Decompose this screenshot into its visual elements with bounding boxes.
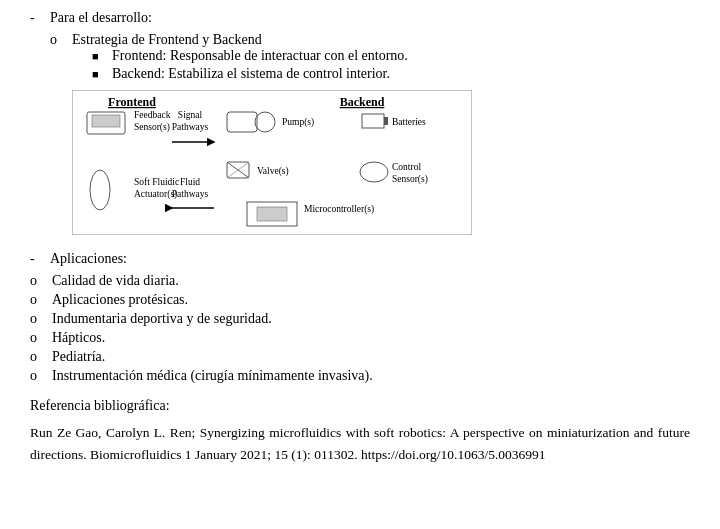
svg-text:Valve(s): Valve(s) bbox=[257, 166, 289, 177]
section-aplicaciones: - Aplicaciones: bbox=[30, 251, 690, 267]
app-text-5: Instrumentación médica (cirugía mínimame… bbox=[52, 368, 373, 384]
svg-rect-20 bbox=[384, 117, 388, 125]
content-area: - Para el desarrollo: o Estrategia de Fr… bbox=[30, 10, 690, 465]
app-text-2: Indumentaria deportiva y de seguridad. bbox=[52, 311, 272, 327]
aplicaciones-list: o Calidad de vida diaria. o Aplicaciones… bbox=[30, 273, 690, 384]
dash-1: - bbox=[30, 10, 50, 26]
svg-text:Actuator(s): Actuator(s) bbox=[134, 189, 177, 200]
section-aplicaciones-title: Aplicaciones: bbox=[50, 251, 127, 267]
svg-text:Batteries: Batteries bbox=[392, 117, 426, 127]
reference-section: Referencia bibliográfica: Run Ze Gao, Ca… bbox=[30, 398, 690, 465]
diagram-container: Frontend Feedback Sensor(s) Soft Fluidic… bbox=[72, 90, 472, 235]
app-item-3: o Hápticos. bbox=[30, 330, 690, 346]
estrategia-item: o Estrategia de Frontend y Backend ■ Fro… bbox=[50, 32, 690, 243]
backend-text: Backend: Estabiliza el sistema de contro… bbox=[112, 66, 390, 82]
bullet-app-0: o bbox=[30, 273, 52, 289]
app-text-4: Pediatría. bbox=[52, 349, 105, 365]
reference-title: Referencia bibliográfica: bbox=[30, 398, 690, 414]
frontend-backend-diagram: Frontend Feedback Sensor(s) Soft Fluidic… bbox=[72, 90, 472, 235]
svg-text:Sensor(s): Sensor(s) bbox=[392, 174, 428, 185]
dash-2: - bbox=[30, 251, 50, 267]
svg-text:Fluid: Fluid bbox=[180, 177, 200, 187]
app-text-1: Aplicaciones protésicas. bbox=[52, 292, 188, 308]
frontend-item: ■ Frontend: Responsable de interactuar c… bbox=[92, 48, 472, 64]
svg-text:Sensor(s): Sensor(s) bbox=[134, 122, 170, 133]
app-text-0: Calidad de vida diaria. bbox=[52, 273, 179, 289]
svg-text:Soft Fluidic: Soft Fluidic bbox=[134, 177, 179, 187]
app-text-3: Hápticos. bbox=[52, 330, 105, 346]
svg-text:Microcontroller(s): Microcontroller(s) bbox=[304, 204, 374, 215]
square-bullet-2: ■ bbox=[92, 66, 112, 80]
section-desarrollo-title: Para el desarrollo: bbox=[50, 10, 152, 26]
svg-text:Backend: Backend bbox=[340, 95, 385, 109]
svg-rect-30 bbox=[257, 207, 287, 221]
reference-text: Run Ze Gao, Carolyn L. Ren; Synergizing … bbox=[30, 422, 690, 465]
svg-text:Control: Control bbox=[392, 162, 421, 172]
frontend-text: Frontend: Responsable de interactuar con… bbox=[112, 48, 408, 64]
bullet-app-4: o bbox=[30, 349, 52, 365]
app-item-1: o Aplicaciones protésicas. bbox=[30, 292, 690, 308]
svg-text:Pump(s): Pump(s) bbox=[282, 117, 314, 128]
app-item-4: o Pediatría. bbox=[30, 349, 690, 365]
svg-text:Pathways: Pathways bbox=[172, 189, 209, 199]
bullet-app-1: o bbox=[30, 292, 52, 308]
bullet-app-5: o bbox=[30, 368, 52, 384]
svg-text:Pathways: Pathways bbox=[172, 122, 209, 132]
app-item-0: o Calidad de vida diaria. bbox=[30, 273, 690, 289]
desarrollo-bullet-list: o Estrategia de Frontend y Backend ■ Fro… bbox=[50, 32, 690, 243]
estrategia-label: Estrategia de Frontend y Backend bbox=[72, 32, 262, 47]
svg-text:Feedback: Feedback bbox=[134, 110, 171, 120]
backend-item: ■ Backend: Estabiliza el sistema de cont… bbox=[92, 66, 472, 82]
app-item-2: o Indumentaria deportiva y de seguridad. bbox=[30, 311, 690, 327]
svg-text:Signal: Signal bbox=[178, 110, 203, 120]
app-item-5: o Instrumentación médica (cirugía mínima… bbox=[30, 368, 690, 384]
sub-bullet-list: ■ Frontend: Responsable de interactuar c… bbox=[92, 48, 472, 82]
svg-rect-3 bbox=[92, 115, 120, 127]
square-bullet-1: ■ bbox=[92, 48, 112, 62]
bullet-app-3: o bbox=[30, 330, 52, 346]
section-desarrollo: - Para el desarrollo: bbox=[30, 10, 690, 26]
svg-text:Frontend: Frontend bbox=[108, 95, 156, 109]
bullet-app-2: o bbox=[30, 311, 52, 327]
bullet-circle-1: o bbox=[50, 32, 72, 48]
